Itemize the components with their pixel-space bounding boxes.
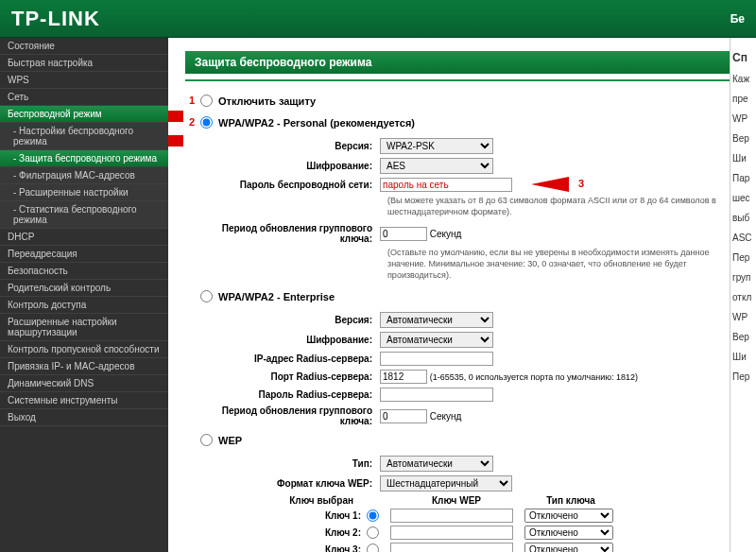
wpa-personal-row: 2 WPA/WPA2 - Personal (рекомендуется): [200, 116, 739, 129]
sidebar-item-18[interactable]: Динамический DNS: [0, 375, 168, 392]
sidebar-item-16[interactable]: Контроль пропускной способности: [0, 341, 168, 358]
wep-key2-type[interactable]: Отключено: [524, 526, 613, 540]
sidebar: СостояниеБыстрая настройкаWPSСетьБеспров…: [0, 38, 168, 552]
encryption-select[interactable]: AES: [380, 158, 493, 174]
form-section: 1 Отключить защиту 2 WPA/WPA2 - Personal…: [200, 95, 739, 552]
version-label: Версия:: [200, 141, 380, 151]
annotation-1-marker: [168, 111, 183, 122]
wep-key2-radio[interactable]: [367, 526, 379, 539]
annotation-2-marker: [168, 135, 183, 147]
password-label: Пароль беспроводной сети:: [200, 180, 380, 190]
right-help-panel: Сп Каж пре WP Вер Ши Пар шес выб ASC Пер…: [730, 38, 756, 552]
wep-type-select[interactable]: Автоматически: [380, 456, 493, 472]
sidebar-item-9[interactable]: - Статистика беспроводного режима: [0, 201, 168, 229]
container: СостояниеБыстрая настройкаWPSСетьБеспров…: [0, 38, 756, 552]
sidebar-item-19[interactable]: Системные инструменты: [0, 392, 168, 409]
main-panel: Защита беспроводного режима 1 Отключить …: [168, 38, 756, 552]
wep-selected-header: Ключ выбран: [276, 495, 389, 506]
sidebar-item-4[interactable]: Беспроводной режим: [0, 106, 168, 123]
sidebar-item-3[interactable]: Сеть: [0, 89, 168, 106]
radius-port-note: (1-65535, 0 используется порта по умолча…: [430, 372, 638, 382]
gk-label: Период обновления группового ключа:: [200, 223, 380, 244]
wep-row: WEP: [200, 434, 739, 446]
sidebar-item-12[interactable]: Безопасность: [0, 263, 168, 280]
sidebar-item-14[interactable]: Контроль доступа: [0, 297, 168, 314]
radius-pwd-label: Пароль Radius-сервера:: [200, 389, 380, 400]
ent-encryption-select[interactable]: Автоматически: [380, 332, 493, 348]
header-right-text: Бе: [730, 12, 745, 26]
wep-type-label: Тип:: [200, 458, 380, 469]
ent-gk-input[interactable]: [380, 409, 427, 423]
wep-key3-radio[interactable]: [367, 543, 379, 552]
radius-port-input[interactable]: [380, 370, 427, 384]
sidebar-item-8[interactable]: - Расширенные настройки: [0, 184, 168, 201]
header: TP-LINK Бе: [0, 0, 756, 38]
title-underline: [185, 79, 739, 81]
gk-row: Период обновления группового ключа: Секу…: [200, 223, 739, 244]
wep-key3-input[interactable]: [390, 543, 513, 552]
wep-radio[interactable]: [200, 434, 213, 446]
radius-ip-input[interactable]: [380, 352, 493, 366]
version-row: Версия: WPA2-PSK: [200, 138, 739, 154]
wep-type-header: Тип ключа: [524, 495, 618, 506]
sidebar-item-1[interactable]: Быстрая настройка: [0, 55, 168, 72]
disable-security-label: Отключить защиту: [218, 95, 316, 107]
logo: TP-LINK: [11, 7, 100, 31]
annotation-2-num: 2: [189, 116, 195, 128]
password-row: Пароль беспроводной сети: 3: [200, 178, 739, 192]
sidebar-item-11[interactable]: Переадресация: [0, 246, 168, 263]
disable-security-radio[interactable]: [200, 95, 213, 107]
wep-table: Ключ выбран Ключ WEP Тип ключа Ключ 1:От…: [276, 495, 739, 552]
password-note: (Вы можете указать от 8 до 63 символов ф…: [387, 196, 739, 217]
ent-version-select[interactable]: Автоматически: [380, 312, 493, 328]
radius-port-label: Порт Radius-сервера:: [200, 371, 380, 382]
gk-input[interactable]: [380, 227, 427, 241]
version-select[interactable]: WPA2-PSK: [380, 138, 493, 154]
annotation-3-arrow: [531, 177, 569, 192]
encryption-row: Шифрование: AES: [200, 158, 739, 174]
wep-format-label: Формат ключа WEP:: [200, 478, 380, 489]
encryption-label: Шифрование:: [200, 161, 380, 171]
wep-format-select[interactable]: Шестнадцатеричный: [380, 475, 512, 492]
wep-key-header: Ключ WEP: [389, 495, 524, 506]
sidebar-item-13[interactable]: Родительский контроль: [0, 280, 168, 297]
wpa-personal-radio[interactable]: [200, 116, 213, 129]
wep-key2-input[interactable]: [390, 526, 513, 540]
sidebar-item-6[interactable]: - Защита беспроводного режима: [0, 150, 168, 167]
sidebar-item-2[interactable]: WPS: [0, 72, 168, 89]
wep-key1-type[interactable]: Отключено: [524, 509, 613, 523]
sidebar-item-7[interactable]: - Фильтрация MAC-адресов: [0, 167, 168, 184]
radius-pwd-input[interactable]: [380, 388, 493, 402]
gk-unit: Секунд: [430, 229, 462, 239]
wep-label: WEP: [218, 435, 242, 446]
disable-security-row: 1 Отключить защиту: [200, 95, 739, 107]
annotation-3-num: 3: [578, 178, 584, 189]
wpa-personal-label: WPA/WPA2 - Personal (рекомендуется): [218, 117, 415, 129]
wpa-enterprise-radio[interactable]: [200, 290, 213, 302]
sidebar-item-10[interactable]: DHCP: [0, 229, 168, 246]
wep-key1-input[interactable]: [390, 509, 513, 523]
page-title: Защита беспроводного режима: [185, 51, 739, 74]
sidebar-item-15[interactable]: Расширенные настройки маршрутизации: [0, 314, 168, 341]
wep-key1-radio[interactable]: [367, 509, 379, 522]
wpa-enterprise-label: WPA/WPA2 - Enterprise: [218, 291, 335, 302]
radius-ip-label: IP-адрес Radius-сервера:: [200, 354, 380, 364]
wep-key3-type[interactable]: Отключено: [524, 543, 613, 552]
sidebar-item-17[interactable]: Привязка IP- и MAC-адресов: [0, 358, 168, 375]
sidebar-item-5[interactable]: - Настройки беспроводного режима: [0, 123, 168, 150]
password-input[interactable]: [380, 178, 512, 192]
wpa-enterprise-row: WPA/WPA2 - Enterprise: [200, 290, 739, 302]
gk-note: (Оставьте по умолчанию, если вы не увере…: [387, 248, 739, 281]
sidebar-item-20[interactable]: Выход: [0, 409, 168, 426]
sidebar-item-0[interactable]: Состояние: [0, 38, 168, 55]
annotation-1-num: 1: [189, 95, 195, 106]
